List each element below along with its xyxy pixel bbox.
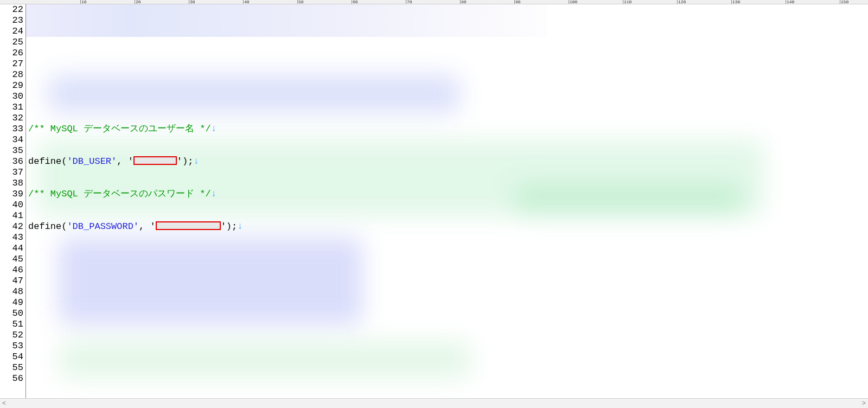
line-number: 23 xyxy=(0,15,23,26)
scroll-right-arrow-icon[interactable]: > xyxy=(862,400,866,407)
newline-icon: ↓ xyxy=(211,124,216,134)
keyword-define: define xyxy=(28,221,61,232)
line-number: 51 xyxy=(0,319,23,330)
line-number: 32 xyxy=(0,113,23,124)
line-number-gutter: 2223242526272829303132333435363738394041… xyxy=(0,4,26,398)
line-number: 56 xyxy=(0,373,23,384)
code-line-24 xyxy=(26,91,868,102)
line-number: 39 xyxy=(0,189,23,200)
line-number: 31 xyxy=(0,102,23,113)
line-number: 38 xyxy=(0,178,23,189)
line-number: 36 xyxy=(0,156,23,167)
string-db-pass-key: 'DB_PASSWORD' xyxy=(67,221,139,232)
line-number: 24 xyxy=(0,26,23,37)
line-number: 47 xyxy=(0,276,23,286)
line-number: 40 xyxy=(0,200,23,211)
newline-icon: ↓ xyxy=(193,156,199,167)
line-number: 25 xyxy=(0,37,23,48)
code-line-26: define('DB_USER', '');↓ xyxy=(26,156,868,167)
line-number: 54 xyxy=(0,352,23,362)
line-number: 35 xyxy=(0,145,23,156)
line-number: 43 xyxy=(0,232,23,243)
line-number: 34 xyxy=(0,135,23,145)
code-line-25: /** MySQL データベースのユーザー名 */↓ xyxy=(26,124,868,135)
code-line-22 xyxy=(26,26,868,37)
line-number: 53 xyxy=(0,341,23,352)
scroll-left-arrow-icon[interactable]: < xyxy=(2,400,6,407)
string-db-user-key: 'DB_USER' xyxy=(67,156,117,167)
line-number: 22 xyxy=(0,4,23,15)
line-number: 55 xyxy=(0,362,23,373)
line-number: 37 xyxy=(0,167,23,178)
redacted-db-user-value xyxy=(133,156,177,165)
redacted-db-pass-value xyxy=(156,221,221,230)
line-number: 44 xyxy=(0,243,23,254)
code-line-27: /** MySQL データベースのパスワード */↓ xyxy=(26,189,868,200)
line-number: 52 xyxy=(0,330,23,341)
line-number: 45 xyxy=(0,254,23,265)
line-number: 42 xyxy=(0,221,23,232)
line-number: 49 xyxy=(0,297,23,308)
newline-icon: ↓ xyxy=(237,221,242,232)
code-text-area[interactable]: /** MySQL データベースのユーザー名 */↓ define('DB_US… xyxy=(26,4,868,398)
line-number: 33 xyxy=(0,124,23,135)
code-lines: /** MySQL データベースのユーザー名 */↓ define('DB_US… xyxy=(26,4,868,398)
line-number: 28 xyxy=(0,69,23,80)
line-number: 50 xyxy=(0,308,23,319)
line-number: 41 xyxy=(0,211,23,221)
line-number: 26 xyxy=(0,48,23,59)
line-number: 29 xyxy=(0,80,23,91)
horizontal-ruler: 102030405060708090100110120130140150 xyxy=(0,0,868,4)
horizontal-scrollbar[interactable]: < > xyxy=(0,398,868,408)
comment-db-pass: /** MySQL データベースのパスワード */ xyxy=(28,189,211,199)
code-line-28: define('DB_PASSWORD', '');↓ xyxy=(26,221,868,232)
code-line-23 xyxy=(26,59,868,69)
editor-area[interactable]: 2223242526272829303132333435363738394041… xyxy=(0,4,868,398)
line-number: 30 xyxy=(0,91,23,102)
line-number: 46 xyxy=(0,265,23,276)
line-number: 27 xyxy=(0,59,23,69)
newline-icon: ↓ xyxy=(211,189,216,199)
comment-db-user: /** MySQL データベースのユーザー名 */ xyxy=(28,124,211,134)
line-number: 48 xyxy=(0,286,23,297)
keyword-define: define xyxy=(28,156,61,167)
